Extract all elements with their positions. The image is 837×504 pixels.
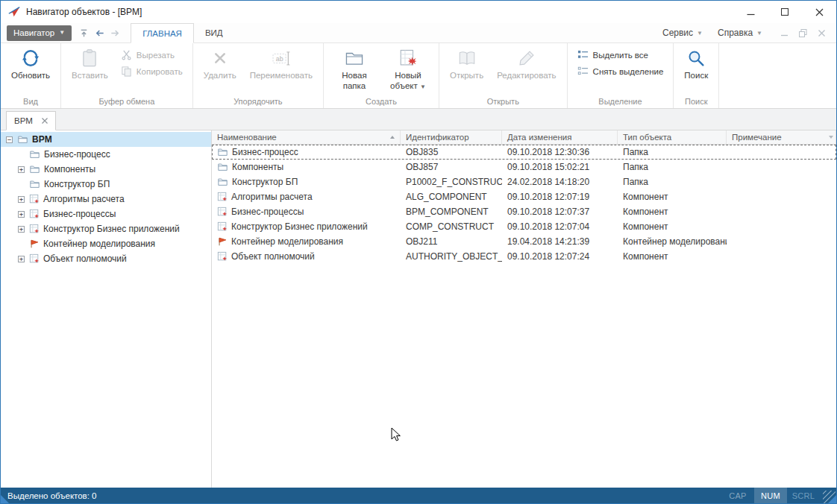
table-row[interactable]: Бизнес-процесс OBJ835 09.10.2018 12:30:3… <box>212 145 836 160</box>
copy-icon <box>121 66 132 77</box>
new-object-button[interactable]: Новый объект ▼ <box>382 45 434 95</box>
cell-modified: 24.02.2018 14:18:20 <box>502 174 618 189</box>
table-row[interactable]: Бизнес-процессы BPM_COMPONENT 09.10.2018… <box>212 204 836 219</box>
go-up-button[interactable] <box>76 25 92 41</box>
resize-corner-right[interactable] <box>828 495 836 503</box>
expand-icon[interactable]: + <box>18 226 25 233</box>
navigator-menu-button[interactable]: Навигатор ▼ <box>7 25 72 41</box>
expand-icon[interactable]: + <box>18 166 25 173</box>
component-icon <box>217 251 228 262</box>
arrow-up-to-bar-icon <box>78 28 90 39</box>
column-header-modified[interactable]: Дата изменения <box>502 130 618 144</box>
folder-icon <box>29 164 40 174</box>
quick-access-toolbar <box>76 25 123 41</box>
column-header-name[interactable]: Наименование <box>212 130 401 144</box>
tree-item[interactable]: Контейнер моделирования <box>1 236 211 251</box>
column-header-note[interactable]: Примечание <box>727 130 836 144</box>
mdi-minimize-icon[interactable] <box>780 29 789 37</box>
mdi-restore-icon[interactable] <box>799 29 807 37</box>
paste-label: Вставить <box>72 71 108 81</box>
table-row[interactable]: Алгоритмы расчета ALG_COMPONENT 09.10.20… <box>212 189 836 204</box>
cell-modified: 09.10.2018 12:07:37 <box>502 204 618 219</box>
cell-name: Конструктор Бизнес приложений <box>231 221 368 232</box>
group-label-create: Создать <box>326 95 436 108</box>
close-button[interactable] <box>802 1 836 23</box>
tree-item-label: Конструктор Бизнес приложений <box>43 224 180 234</box>
status-bar: Выделено объектов: 0 CAP NUM SCRL <box>1 488 836 503</box>
open-button: Открыть <box>444 45 489 95</box>
mdi-close-icon[interactable] <box>818 29 826 37</box>
tab-close-icon[interactable] <box>42 118 48 124</box>
tree-item[interactable]: + Объект полномочий <box>1 251 211 266</box>
deselect-button[interactable]: Снять выделение <box>572 64 669 78</box>
cell-id: ALG_COMPONENT <box>401 189 502 204</box>
table-row[interactable]: Объект полномочий AUTHORITY_OBJECT_C... … <box>212 249 836 264</box>
document-tab-strip: BPM <box>1 109 836 130</box>
arrow-right-icon <box>110 28 121 39</box>
table-row[interactable]: Компоненты OBJ857 09.10.2018 15:02:21 Па… <box>212 160 836 174</box>
sort-ascending-icon <box>390 136 395 139</box>
main-area: − BPM Бизнес-процесс + Компоненты <box>1 130 836 488</box>
tree-item[interactable]: Конструктор БП <box>1 177 211 192</box>
forward-button[interactable] <box>107 25 123 41</box>
ribbon-tabs: ГЛАВНАЯ ВИД <box>131 23 233 42</box>
cell-name: Конструктор БП <box>232 177 298 187</box>
tree-item[interactable]: Бизнес-процесс <box>1 147 211 162</box>
back-button[interactable] <box>92 25 107 41</box>
tree-item[interactable]: + Алгоритмы расчета <box>1 192 211 207</box>
expand-icon[interactable]: + <box>18 196 25 203</box>
refresh-button[interactable]: Обновить <box>5 45 56 95</box>
container-icon <box>217 236 228 247</box>
resize-corner-left[interactable] <box>1 495 9 503</box>
cell-name: Компоненты <box>232 162 283 172</box>
new-object-label: Новый объект <box>390 71 421 90</box>
table-row[interactable]: Конструктор БП P10002_F_CONSTRUCT... 24.… <box>212 174 836 189</box>
deselect-icon <box>577 66 589 77</box>
group-label-clipboard: Буфер обмена <box>63 95 190 108</box>
collapse-icon[interactable]: − <box>6 136 13 143</box>
group-label-selection: Выделение <box>570 95 671 108</box>
cut-button: Вырезать <box>116 48 188 62</box>
tree-item-root[interactable]: − BPM <box>1 132 211 147</box>
group-label-arrange: Упорядочить <box>195 95 321 108</box>
tab-view[interactable]: ВИД <box>194 23 234 42</box>
group-label-search: Поиск <box>676 95 716 108</box>
table-header: Наименование Идентификатор Дата изменени… <box>212 130 836 145</box>
table-row[interactable]: Контейнер моделирования OBJ211 19.04.201… <box>212 234 836 249</box>
minimize-button[interactable] <box>733 1 768 23</box>
help-menu[interactable]: Справка ▼ <box>718 28 762 38</box>
mdi-window-controls <box>780 29 826 37</box>
selection-count: Выделено объектов: 0 <box>7 491 96 500</box>
expand-icon[interactable]: + <box>18 211 25 218</box>
select-all-button[interactable]: Выделить все <box>572 48 669 62</box>
cell-name: Бизнес-процесс <box>232 147 298 157</box>
cell-modified: 09.10.2018 15:02:21 <box>502 160 618 174</box>
tab-home[interactable]: ГЛАВНАЯ <box>131 23 194 43</box>
service-menu[interactable]: Сервис ▼ <box>662 28 703 38</box>
tree-item[interactable]: + Конструктор Бизнес приложений <box>1 221 211 236</box>
maximize-button[interactable] <box>768 1 802 23</box>
new-object-icon <box>398 48 418 68</box>
cell-type: Компонент <box>618 249 727 264</box>
copy-label: Копировать <box>137 67 183 76</box>
tree-item[interactable]: + Бизнес-процессы <box>1 207 211 221</box>
column-chooser-icon[interactable] <box>829 136 833 139</box>
cell-note <box>727 219 836 234</box>
cell-note <box>727 234 836 249</box>
folder-icon <box>29 179 40 189</box>
folder-icon <box>217 147 228 157</box>
table-row[interactable]: Конструктор Бизнес приложений COMP_CONST… <box>212 219 836 234</box>
app-window: Навигатор объектов - [BPM] Навигатор ▼ <box>0 0 837 504</box>
document-tab-bpm[interactable]: BPM <box>6 111 56 130</box>
cell-type: Компонент <box>618 219 727 234</box>
cell-modified: 09.10.2018 12:30:36 <box>502 145 618 160</box>
column-header-id[interactable]: Идентификатор <box>401 130 502 144</box>
expander-placeholder <box>18 241 25 248</box>
new-folder-button[interactable]: Новая папка <box>328 45 380 95</box>
ribbon-group-selection: Выделить все Снять выделение Выделение <box>568 43 674 108</box>
search-button[interactable]: Поиск <box>678 45 714 95</box>
cell-note <box>727 145 836 160</box>
tree-item[interactable]: + Компоненты <box>1 162 211 177</box>
column-header-type[interactable]: Тип объекта <box>618 130 727 144</box>
expand-icon[interactable]: + <box>18 256 25 262</box>
